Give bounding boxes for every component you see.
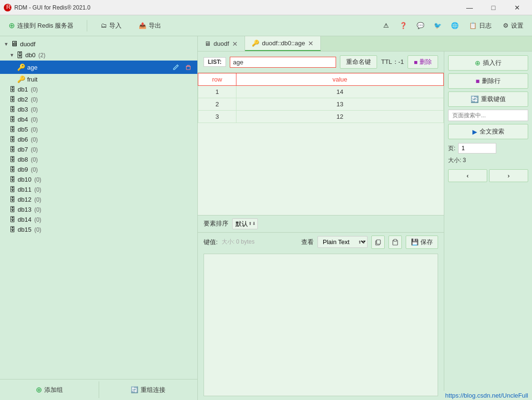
- db9-label: db9: [18, 166, 28, 173]
- discord-icon-btn[interactable]: 💬: [414, 19, 427, 32]
- table-row[interactable]: 213: [198, 98, 444, 111]
- log-label: 日志: [479, 21, 491, 30]
- sidebar-item-db7[interactable]: 🗄db7(0): [0, 144, 197, 154]
- fulltext-button[interactable]: ▶ 全文搜索: [448, 124, 528, 139]
- db1-icon: 🗄: [10, 86, 16, 93]
- import-icon: 🗂: [101, 22, 107, 29]
- db9-icon: 🗄: [10, 166, 16, 173]
- table-row[interactable]: 114: [198, 86, 444, 98]
- save-icon: 💾: [411, 238, 419, 246]
- db15-count: (0): [34, 226, 41, 233]
- sidebar-item-db12[interactable]: 🗄db12(0): [0, 195, 197, 205]
- sidebar-item-db4[interactable]: 🗄db4(0): [0, 114, 197, 124]
- delete-key-button[interactable]: [183, 62, 194, 72]
- sidebar-item-fruit[interactable]: 🔑 fruit: [0, 74, 197, 84]
- size-label: 大小: 3: [448, 156, 466, 164]
- db10-icon: 🗄: [10, 176, 16, 183]
- connect-button[interactable]: ⊕ 连接到 Redis 服务器: [5, 19, 77, 32]
- maximize-button[interactable]: □: [482, 0, 504, 15]
- fulltext-icon: ▶: [472, 128, 477, 135]
- paste-icon-btn[interactable]: [389, 236, 402, 249]
- rename-button[interactable]: 重命名键: [340, 55, 377, 69]
- import-button[interactable]: 🗂 导入: [97, 20, 125, 32]
- minimize-button[interactable]: —: [459, 0, 481, 15]
- settings-label: 设置: [511, 21, 523, 30]
- db4-count: (0): [31, 116, 38, 123]
- delete-row-button[interactable]: ■ 删除行: [448, 73, 528, 89]
- connect-label: 连接到 Redis 服务器: [17, 21, 73, 30]
- settings-button[interactable]: ⚙ 设置: [499, 20, 527, 32]
- page-row: 页:: [448, 143, 528, 154]
- svg-rect-6: [394, 239, 397, 241]
- tabs-bar: 🖥 duodf ✕ 🔑 duodf::db0::age ✕: [198, 36, 532, 51]
- sidebar-item-age[interactable]: 🔑 age: [0, 61, 197, 74]
- web-icon-btn[interactable]: 🌐: [448, 19, 461, 32]
- export-button[interactable]: 📤 导出: [135, 20, 165, 32]
- main-layout: ▼ 🖥 duodf ▼ 🗄 db0 (2) 🔑 age: [0, 36, 532, 400]
- db0-label: db0: [25, 51, 36, 59]
- next-icon: ›: [508, 172, 510, 179]
- db14-label: db14: [18, 216, 31, 223]
- delete-button[interactable]: ■ 删除: [408, 55, 438, 69]
- warning-icon-btn[interactable]: ⚠: [379, 19, 393, 32]
- tab-duodf[interactable]: 🖥 duodf ✕: [198, 36, 245, 51]
- help-icon-btn[interactable]: ❓: [397, 19, 410, 32]
- sort-bar: 要素排序 默认: [198, 215, 444, 232]
- value-label: 键值:: [204, 238, 218, 246]
- key-name-input[interactable]: [230, 57, 337, 68]
- row-value: 13: [236, 98, 444, 111]
- sidebar-item-db8[interactable]: 🗄db8(0): [0, 154, 197, 164]
- sidebar-item-db1[interactable]: 🗄db1(0): [0, 84, 197, 94]
- next-button[interactable]: ›: [489, 169, 528, 182]
- key-icon-age: 🔑: [17, 63, 25, 71]
- prev-button[interactable]: ‹: [448, 169, 487, 182]
- page-search-input[interactable]: [448, 110, 528, 121]
- sidebar-item-db9[interactable]: 🗄db9(0): [0, 164, 197, 174]
- sidebar-item-db10[interactable]: 🗄db10(0): [0, 174, 197, 185]
- view-select[interactable]: Plain Text JSON Hex: [317, 236, 368, 248]
- sidebar-item-db14[interactable]: 🗄db14(0): [0, 215, 197, 225]
- db2-count: (0): [31, 96, 38, 103]
- log-button[interactable]: 📋 日志: [465, 20, 495, 32]
- sidebar-item-db2[interactable]: 🗄db2(0): [0, 94, 197, 104]
- key-type-badge: LIST:: [204, 57, 226, 67]
- db5-count: (0): [31, 126, 38, 133]
- reload-label: 重载键值: [481, 95, 506, 103]
- db14-icon: 🗄: [10, 216, 16, 223]
- db4-label: db4: [18, 116, 28, 123]
- save-button[interactable]: 💾 保存: [406, 236, 438, 249]
- sidebar-item-db6[interactable]: 🗄db6(0): [0, 134, 197, 144]
- tab-duodf-close[interactable]: ✕: [232, 40, 238, 48]
- sidebar-item-db0[interactable]: ▼ 🗄 db0 (2): [0, 50, 197, 61]
- sidebar-tree: ▼ 🖥 duodf ▼ 🗄 db0 (2) 🔑 age: [0, 36, 197, 379]
- sidebar-item-db13[interactable]: 🗄db13(0): [0, 205, 197, 215]
- reload-button[interactable]: 🔄 重载键值: [448, 92, 528, 107]
- sidebar-item-db3[interactable]: 🗄db3(0): [0, 104, 197, 114]
- sidebar-item-server[interactable]: ▼ 🖥 duodf: [0, 38, 197, 50]
- table-row[interactable]: 312: [198, 111, 444, 123]
- db12-count: (0): [34, 196, 41, 203]
- close-button[interactable]: ✕: [506, 0, 528, 15]
- tab-duodf-age[interactable]: 🔑 duodf::db0::age ✕: [245, 36, 321, 51]
- twitter-icon-btn[interactable]: 🐦: [431, 19, 444, 32]
- db9-count: (0): [31, 166, 38, 173]
- sort-select[interactable]: 默认: [232, 218, 258, 229]
- toolbar-divider: [87, 20, 87, 31]
- add-group-button[interactable]: ⊕ 添加组: [0, 381, 99, 398]
- value-editor[interactable]: [204, 254, 438, 397]
- copy-icon-btn[interactable]: [371, 236, 385, 249]
- db6-count: (0): [31, 136, 38, 143]
- fruit-label: fruit: [27, 76, 38, 83]
- sidebar-item-db15[interactable]: 🗄db15(0): [0, 225, 197, 235]
- sidebar-item-db5[interactable]: 🗄db5(0): [0, 124, 197, 134]
- page-input[interactable]: [458, 143, 496, 154]
- db15-label: db15: [18, 226, 31, 233]
- edit-key-button[interactable]: [171, 62, 181, 72]
- reconnect-button[interactable]: 🔄 重组连接: [99, 382, 198, 398]
- sidebar-item-db11[interactable]: 🗄db11(0): [0, 185, 197, 195]
- tab-age-close[interactable]: ✕: [308, 40, 314, 47]
- connect-icon: ⊕: [9, 21, 15, 30]
- insert-row-button[interactable]: ⊕ 插入行: [448, 55, 528, 71]
- tab-duodf-icon: 🖥: [205, 40, 211, 47]
- delete-row-label: 删除行: [482, 77, 501, 85]
